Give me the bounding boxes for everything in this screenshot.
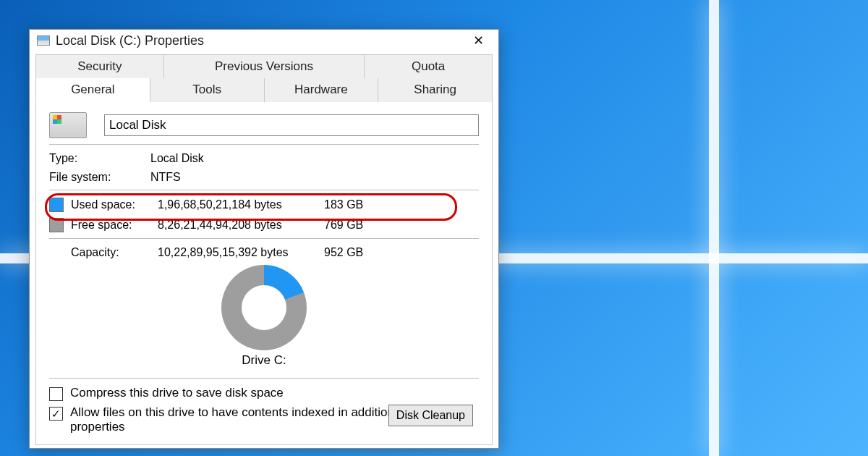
tab-security[interactable]: Security — [35, 54, 164, 78]
disk-cleanup-button[interactable]: Disk Cleanup — [388, 405, 473, 426]
separator — [49, 144, 479, 145]
close-button[interactable]: ✕ — [462, 30, 494, 51]
used-bytes: 1,96,68,50,21,184 bytes — [158, 198, 324, 211]
capacity-bytes: 10,22,89,95,15,392 bytes — [158, 246, 324, 259]
usage-donut-chart — [221, 265, 307, 350]
used-swatch-icon — [49, 198, 64, 212]
window-title: Local Disk (C:) Properties — [56, 33, 462, 48]
capacity-label: Capacity: — [71, 246, 158, 259]
free-gb: 769 GB — [324, 219, 382, 232]
tab-quota[interactable]: Quota — [365, 54, 493, 78]
tab-general-panel: Type: Local Disk File system: NTFS Used … — [35, 102, 493, 445]
index-checkbox[interactable] — [49, 407, 63, 421]
drive-icon — [37, 35, 50, 46]
separator — [49, 378, 479, 379]
tabstrip: Security Previous Versions Quota General… — [30, 51, 498, 102]
tab-hardware[interactable]: Hardware — [265, 78, 379, 102]
properties-dialog: Local Disk (C:) Properties ✕ Security Pr… — [29, 29, 499, 449]
free-bytes: 8,26,21,44,94,208 bytes — [158, 219, 324, 232]
used-gb: 183 GB — [324, 198, 382, 211]
compress-label: Compress this drive to save disk space — [70, 386, 284, 400]
used-space-row: Used space: 1,96,68,50,21,184 bytes 183 … — [49, 198, 479, 212]
tab-general[interactable]: General — [35, 78, 150, 102]
type-value: Local Disk — [150, 152, 479, 165]
drive-label: Drive C: — [49, 353, 479, 368]
filesystem-label: File system: — [49, 171, 150, 184]
separator — [49, 190, 479, 190]
filesystem-value: NTFS — [150, 171, 479, 184]
capacity-row: Capacity: 10,22,89,95,15,392 bytes 952 G… — [49, 246, 479, 259]
free-label: Free space: — [71, 219, 158, 232]
volume-name-input[interactable] — [104, 114, 479, 136]
capacity-gb: 952 GB — [324, 246, 382, 259]
titlebar[interactable]: Local Disk (C:) Properties ✕ — [30, 30, 498, 51]
type-label: Type: — [49, 152, 150, 165]
free-swatch-icon — [49, 218, 64, 232]
free-space-row: Free space: 8,26,21,44,94,208 bytes 769 … — [49, 218, 479, 232]
compress-checkbox[interactable] — [49, 387, 63, 401]
used-label: Used space: — [71, 198, 158, 211]
disk-large-icon — [49, 112, 87, 138]
tab-previous-versions[interactable]: Previous Versions — [164, 54, 365, 78]
separator — [49, 238, 479, 239]
tab-tools[interactable]: Tools — [150, 78, 265, 102]
tab-sharing[interactable]: Sharing — [378, 78, 493, 102]
desktop-wallpaper-bar-v — [709, 0, 719, 456]
